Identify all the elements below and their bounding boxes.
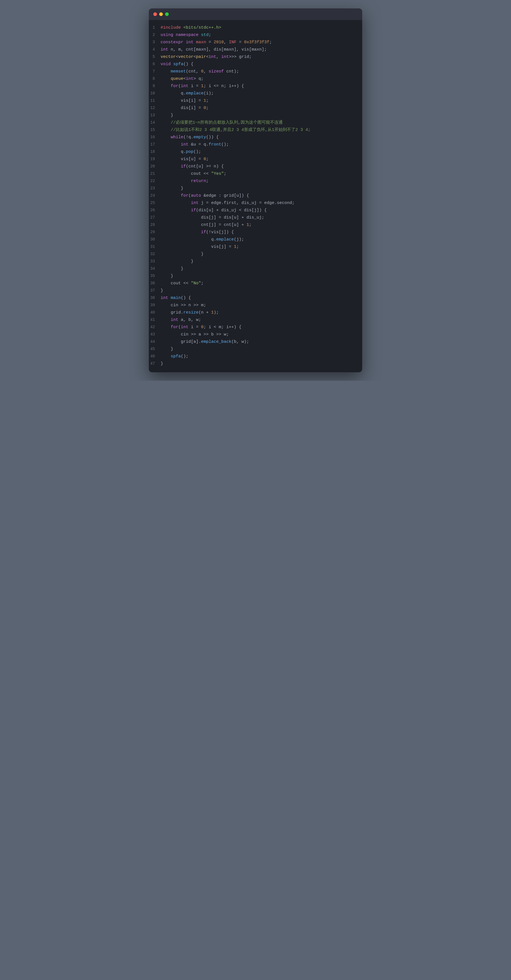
code-line: 17 int &u = q.front();	[149, 141, 362, 149]
code-line: 25 int j = edge.first, dis_uj = edge.sec…	[149, 200, 362, 207]
minimize-button[interactable]	[159, 12, 163, 16]
titlebar	[149, 8, 362, 20]
code-line: 12 dis[i] = 0;	[149, 105, 362, 112]
code-line: 40 grid.resize(n + 1);	[149, 309, 362, 317]
code-line: 6 void spfa() {	[149, 61, 362, 68]
code-line: 28 cnt[j] = cnt[u] + 1;	[149, 222, 362, 229]
code-line: 36 cout << "No";	[149, 280, 362, 288]
code-line: 24 for(auto &edge : grid[u]) {	[149, 192, 362, 200]
code-line: 4 int n, m, cnt[maxn], dis[maxn], vis[ma…	[149, 46, 362, 54]
code-line: 19 vis[u] = 0;	[149, 156, 362, 163]
code-line: 32 }	[149, 251, 362, 258]
code-line: 31 vis[j] = 1;	[149, 243, 362, 251]
code-line: 2 using namespace std;	[149, 32, 362, 39]
code-line: 9 for(int i = 1; i <= n; i++) {	[149, 83, 362, 90]
code-line: 46 spfa();	[149, 353, 362, 361]
code-line: 11 vis[i] = 1;	[149, 97, 362, 105]
code-line: 39 cin >> n >> m;	[149, 302, 362, 309]
code-line: 38 int main() {	[149, 295, 362, 302]
code-line: 22 return;	[149, 178, 362, 185]
editor-window: 1 #include <bits/stdc++.h> 2 using names…	[149, 8, 362, 372]
code-line: 34 }	[149, 266, 362, 273]
code-line: 18 q.pop();	[149, 149, 362, 156]
code-line: 5 vector<vector<pair<int, int>>> grid;	[149, 54, 362, 61]
code-line: 1 #include <bits/stdc++.h>	[149, 24, 362, 32]
code-line: 3 constexpr int maxn = 2010, INF = 0x3f3…	[149, 39, 362, 46]
code-line: 13 }	[149, 112, 362, 119]
code-line: 10 q.emplace(i);	[149, 90, 362, 97]
code-line: 47 }	[149, 361, 362, 368]
code-line: 42 for(int i = 0; i < m; i++) {	[149, 324, 362, 331]
code-line: 8 queue<int> q;	[149, 76, 362, 83]
code-line: 16 while(!q.empty()) {	[149, 134, 362, 141]
code-line: 26 if(dis[u] + dis_uj < dis[j]) {	[149, 207, 362, 215]
maximize-button[interactable]	[165, 12, 169, 16]
code-line: 23 }	[149, 185, 362, 192]
code-line: 44 grid[a].emplace_back(b, w);	[149, 339, 362, 346]
code-line: 14 //必须要把1~n所有的点都放入队列,因为这个图可能不连通	[149, 119, 362, 127]
code-line: 41 int a, b, w;	[149, 317, 362, 324]
code-line: 30 q.emplace(j);	[149, 236, 362, 243]
close-button[interactable]	[153, 12, 157, 16]
code-line: 33 }	[149, 258, 362, 266]
code-line: 43 cin >> a >> b >> w;	[149, 331, 362, 339]
code-line: 15 //比如说1不和2 3 4联通,并且2 3 4形成了负环,从1开始到不了2…	[149, 127, 362, 134]
code-line: 29 if(!vis[j]) {	[149, 229, 362, 236]
code-line: 37 }	[149, 288, 362, 295]
code-line: 7 memset(cnt, 0, sizeof cnt);	[149, 68, 362, 76]
code-line: 27 dis[j] = dis[u] + dis_uj;	[149, 215, 362, 222]
code-line: 21 cout << "Yes";	[149, 170, 362, 178]
code-line: 45 }	[149, 346, 362, 353]
code-line: 35 }	[149, 273, 362, 280]
code-editor: 1 #include <bits/stdc++.h> 2 using names…	[149, 20, 362, 372]
code-line: 20 if(cnt[u] >= n) {	[149, 163, 362, 170]
